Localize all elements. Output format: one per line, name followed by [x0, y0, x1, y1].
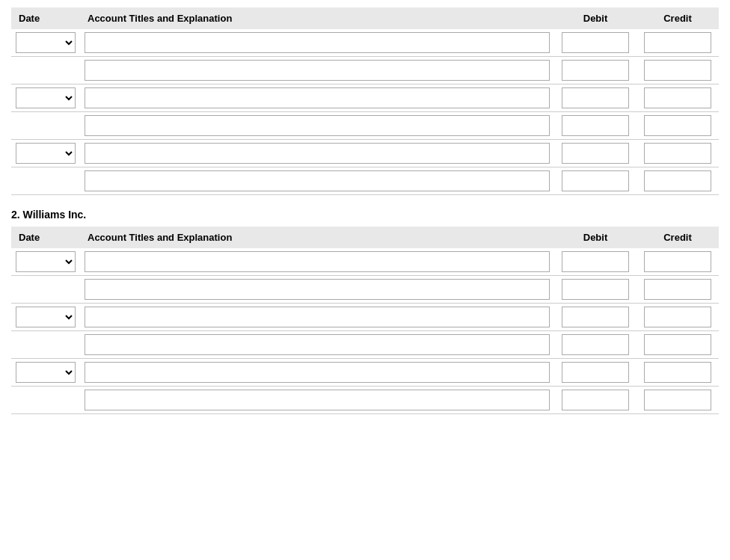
- credit-input[interactable]: [644, 60, 711, 81]
- table-row: [11, 29, 719, 57]
- debit-input[interactable]: [562, 115, 629, 136]
- account-cell: [80, 112, 554, 140]
- debit-input[interactable]: [562, 279, 629, 300]
- account-input[interactable]: [85, 32, 550, 53]
- credit-cell: [637, 140, 719, 167]
- col-header-account-1: Account Titles and Explanation: [80, 7, 554, 29]
- credit-cell: [637, 387, 719, 414]
- date-cell: [11, 359, 80, 387]
- debit-input[interactable]: [562, 32, 629, 53]
- account-cell: [80, 276, 554, 304]
- debit-input[interactable]: [562, 170, 629, 191]
- account-cell: [80, 331, 554, 359]
- credit-input[interactable]: [644, 115, 711, 136]
- account-input[interactable]: [85, 362, 550, 383]
- table-row: [11, 331, 719, 359]
- date-select[interactable]: [16, 32, 76, 53]
- date-cell: [11, 248, 80, 276]
- debit-input[interactable]: [562, 362, 629, 383]
- credit-cell: [637, 112, 719, 140]
- credit-input[interactable]: [644, 279, 711, 300]
- debit-input[interactable]: [562, 143, 629, 164]
- debit-input[interactable]: [562, 251, 629, 272]
- credit-cell: [637, 331, 719, 359]
- col-header-debit-2: Debit: [554, 227, 637, 248]
- table-row: [11, 248, 719, 276]
- credit-cell: [637, 167, 719, 195]
- col-header-date-1: Date: [11, 7, 80, 29]
- table-row: [11, 167, 719, 195]
- debit-cell: [554, 140, 637, 167]
- credit-input[interactable]: [644, 390, 711, 410]
- debit-cell: [554, 84, 637, 112]
- journal-table-1: Date Account Titles and Explanation Debi…: [11, 7, 719, 195]
- col-header-credit-1: Credit: [637, 7, 719, 29]
- col-header-credit-2: Credit: [637, 227, 719, 248]
- credit-cell: [637, 304, 719, 331]
- account-input[interactable]: [85, 334, 550, 355]
- account-cell: [80, 248, 554, 276]
- date-select[interactable]: [16, 362, 76, 383]
- credit-cell: [637, 276, 719, 304]
- table-row: [11, 359, 719, 387]
- date-cell: [11, 304, 80, 331]
- col-header-date-2: Date: [11, 227, 80, 248]
- debit-cell: [554, 331, 637, 359]
- account-input[interactable]: [85, 170, 550, 191]
- table-row: [11, 57, 719, 84]
- table-row: [11, 140, 719, 167]
- account-cell: [80, 359, 554, 387]
- section-label-2: 2. Williams Inc.: [11, 209, 719, 221]
- debit-cell: [554, 112, 637, 140]
- debit-input[interactable]: [562, 390, 629, 410]
- credit-input[interactable]: [644, 307, 711, 327]
- date-cell-empty: [11, 331, 80, 359]
- credit-input[interactable]: [644, 362, 711, 383]
- credit-input[interactable]: [644, 143, 711, 164]
- account-cell: [80, 167, 554, 195]
- account-input[interactable]: [85, 279, 550, 300]
- col-header-debit-1: Debit: [554, 7, 637, 29]
- date-select[interactable]: [16, 87, 76, 108]
- credit-cell: [637, 57, 719, 84]
- account-cell: [80, 84, 554, 112]
- date-cell: [11, 84, 80, 112]
- account-cell: [80, 29, 554, 57]
- col-header-account-2: Account Titles and Explanation: [80, 227, 554, 248]
- table-row: [11, 304, 719, 331]
- date-cell-empty: [11, 276, 80, 304]
- account-input[interactable]: [85, 87, 550, 108]
- debit-input[interactable]: [562, 334, 629, 355]
- debit-cell: [554, 57, 637, 84]
- date-select[interactable]: [16, 251, 76, 272]
- account-input[interactable]: [85, 60, 550, 81]
- date-cell: [11, 29, 80, 57]
- debit-input[interactable]: [562, 87, 629, 108]
- credit-input[interactable]: [644, 32, 711, 53]
- account-cell: [80, 57, 554, 84]
- account-input[interactable]: [85, 307, 550, 327]
- credit-input[interactable]: [644, 251, 711, 272]
- table-row: [11, 276, 719, 304]
- credit-input[interactable]: [644, 87, 711, 108]
- debit-cell: [554, 248, 637, 276]
- credit-cell: [637, 359, 719, 387]
- account-input[interactable]: [85, 390, 550, 410]
- date-cell-empty: [11, 387, 80, 414]
- credit-input[interactable]: [644, 170, 711, 191]
- date-cell-empty: [11, 112, 80, 140]
- account-input[interactable]: [85, 143, 550, 164]
- debit-cell: [554, 387, 637, 414]
- date-select[interactable]: [16, 307, 76, 327]
- account-cell: [80, 140, 554, 167]
- account-input[interactable]: [85, 115, 550, 136]
- account-cell: [80, 304, 554, 331]
- date-cell-empty: [11, 167, 80, 195]
- credit-cell: [637, 84, 719, 112]
- date-select[interactable]: [16, 143, 76, 164]
- debit-input[interactable]: [562, 307, 629, 327]
- debit-input[interactable]: [562, 60, 629, 81]
- credit-input[interactable]: [644, 334, 711, 355]
- table-row: [11, 387, 719, 414]
- account-input[interactable]: [85, 251, 550, 272]
